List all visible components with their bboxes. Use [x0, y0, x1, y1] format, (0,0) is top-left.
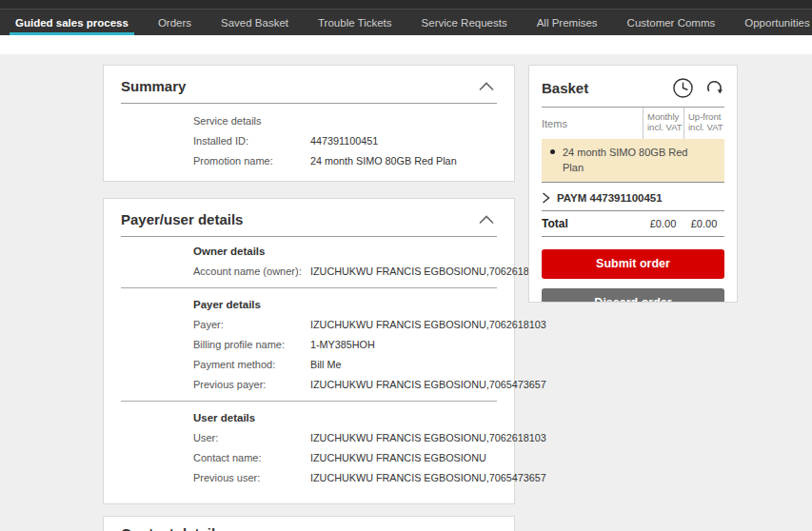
field-label: Promotion name: [193, 155, 310, 167]
detail-row: Promotion name: 24 month SIMO 80GB Red P… [193, 150, 497, 170]
divider [121, 287, 497, 288]
tab-all-premises[interactable]: All Premises [531, 10, 604, 35]
basket-header-actions [672, 77, 724, 99]
field-value: IZUCHUKWU FRANCIS EGBOSIONU,7065473657 [310, 472, 546, 483]
chevron-up-icon [478, 82, 495, 91]
tab-label: Service Requests [422, 17, 507, 29]
field-value: 24 month SIMO 80GB Red Plan [310, 155, 457, 167]
detail-row: Previous payer: IZUCHUKWU FRANCIS EGBOSI… [193, 374, 497, 394]
field-value: IZUCHUKWU FRANCIS EGBOSIONU,7062618103 [310, 266, 546, 277]
field-value: 1-MY385HOH [310, 339, 375, 350]
tab-guided-sales-process[interactable]: Guided sales process [10, 10, 134, 35]
tab-customer-comms[interactable]: Customer Comms [622, 10, 722, 35]
tab-service-requests[interactable]: Service Requests [416, 10, 513, 35]
submit-order-button[interactable]: Submit order [542, 249, 724, 279]
service-details-label: Service details [193, 110, 497, 130]
field-label: Previous user: [193, 472, 310, 483]
upfront-column-header: Up-front incl. VAT [683, 108, 724, 139]
field-label: User: [193, 432, 310, 443]
basket-group-expander[interactable]: PAYM 447391100451 [542, 187, 724, 210]
payer-details-section: Payer details Payer: IZUCHUKWU FRANCIS E… [193, 295, 497, 394]
payer-panel-header: Payer/user details [104, 199, 514, 236]
field-label: Contact name: [193, 452, 310, 463]
summary-panel-header: Summary [104, 66, 514, 103]
owner-details-section: Owner details Account name (owner): IZUC… [193, 242, 497, 281]
basket-item-name: 24 month SIMO 80GB Red Plan [563, 146, 688, 176]
chevron-right-icon [542, 192, 550, 204]
topbar-upper-strip [0, 0, 812, 10]
detail-row: Payment method: Bill Me [193, 354, 497, 374]
tab-label: All Premises [537, 17, 598, 29]
basket-panel: Basket Items Monthly incl. VAT Up-front … [528, 65, 738, 303]
total-monthly-amount: £0.00 [643, 218, 683, 229]
basket-refresh-button[interactable] [704, 78, 724, 98]
basket-group-label: PAYM 447391100451 [557, 192, 663, 204]
tab-label: Opportunities [744, 17, 809, 29]
tab-opportunities[interactable]: Opportunities [739, 10, 812, 35]
basket-total-row: Total £0.00 £0.00 [542, 211, 724, 236]
refresh-icon [704, 78, 724, 98]
tab-trouble-tickets[interactable]: Trouble Tickets [312, 10, 398, 35]
divider [121, 236, 497, 237]
bullet-icon [550, 149, 555, 154]
field-label: Previous payer: [193, 379, 310, 390]
detail-row: Account name (owner): IZUCHUKWU FRANCIS … [193, 261, 497, 281]
discard-order-button[interactable]: Discard order [542, 288, 724, 303]
user-details-section: User details User: IZUCHUKWU FRANCIS EGB… [193, 408, 497, 487]
field-label: Installed ID: [193, 135, 310, 147]
detail-row: Payer: IZUCHUKWU FRANCIS EGBOSIONU,70626… [193, 314, 497, 334]
contact-panel-title: Contact details [121, 525, 224, 531]
summary-panel: Summary Service details Installed ID: 44… [103, 65, 515, 182]
clock-icon [672, 77, 694, 99]
basket-panel-title: Basket [542, 80, 588, 96]
basket-history-button[interactable] [672, 77, 694, 99]
tab-label: Guided sales process [15, 17, 129, 29]
field-label: Payer: [193, 319, 310, 330]
tab-saved-basket[interactable]: Saved Basket [215, 10, 294, 35]
basket-columns-header: Items Monthly incl. VAT Up-front incl. V… [542, 108, 724, 139]
field-value: IZUCHUKWU FRANCIS EGBOSIONU,7062618103 [310, 319, 546, 330]
divider [121, 401, 497, 402]
field-value: IZUCHUKWU FRANCIS EGBOSIONU,7062618103 [310, 432, 546, 443]
summary-collapse-button[interactable] [476, 80, 497, 93]
detail-row: Contact name: IZUCHUKWU FRANCIS EGBOSION… [193, 447, 497, 467]
field-value: IZUCHUKWU FRANCIS EGBOSIONU,7065473657 [310, 379, 546, 390]
detail-row: User: IZUCHUKWU FRANCIS EGBOSIONU,706261… [193, 427, 497, 447]
field-label: Payment method: [193, 359, 310, 370]
section-heading: User details [193, 408, 497, 427]
total-label: Total [542, 217, 643, 230]
divider [121, 103, 497, 104]
items-column-header: Items [542, 108, 643, 139]
tab-label: Customer Comms [627, 17, 716, 29]
field-value: Bill Me [310, 359, 341, 370]
tab-label: Saved Basket [221, 17, 288, 29]
divider [542, 182, 724, 183]
main-tab-bar: Guided sales process Orders Saved Basket… [10, 10, 812, 35]
payer-panel-title: Payer/user details [121, 211, 243, 227]
monthly-column-header: Monthly incl. VAT [643, 108, 683, 139]
tab-label: Orders [158, 17, 191, 29]
field-label: Account name (owner): [193, 266, 310, 277]
chevron-up-icon [478, 215, 495, 225]
section-heading: Owner details [193, 242, 497, 261]
basket-panel-header: Basket [529, 66, 737, 107]
payer-collapse-button[interactable] [476, 213, 497, 226]
divider [542, 236, 724, 237]
contact-details-panel: Contact details [103, 516, 515, 531]
detail-row: Installed ID: 447391100451 [193, 130, 497, 150]
field-label: Billing profile name: [193, 339, 310, 350]
detail-row: Previous user: IZUCHUKWU FRANCIS EGBOSIO… [193, 467, 497, 487]
section-heading: Payer details [193, 295, 497, 314]
field-value: 447391100451 [310, 135, 378, 147]
basket-item-row[interactable]: 24 month SIMO 80GB Red Plan [542, 139, 724, 182]
app-window: Guided sales process Orders Saved Basket… [0, 0, 812, 531]
payer-user-details-panel: Payer/user details Owner details Account… [103, 198, 515, 504]
detail-row: Billing profile name: 1-MY385HOH [193, 334, 497, 354]
total-upfront-amount: £0.00 [683, 218, 724, 229]
field-value: IZUCHUKWU FRANCIS EGBOSIONU [310, 452, 486, 463]
summary-panel-title: Summary [121, 78, 186, 94]
tab-orders[interactable]: Orders [152, 10, 197, 35]
top-navigation-bar: Guided sales process Orders Saved Basket… [0, 0, 812, 35]
tab-label: Trouble Tickets [318, 17, 392, 29]
